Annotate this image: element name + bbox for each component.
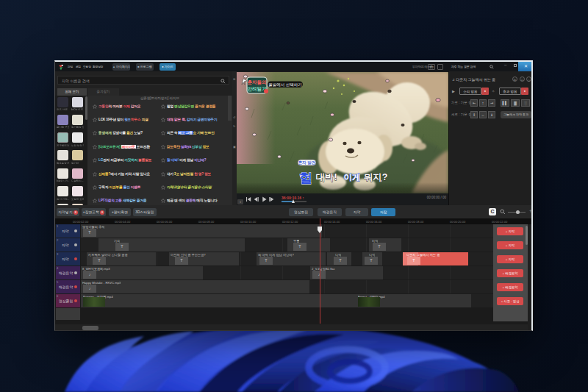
svg-text:뭐지?: 뭐지?	[364, 172, 388, 182]
svg-text:대박!: 대박!	[315, 172, 337, 182]
svg-text:혼자 발견: 혼자 발견	[298, 160, 316, 165]
svg-text:반려일기: 반려일기	[248, 86, 267, 92]
svg-text:헐: 헐	[299, 171, 312, 185]
svg-text:이게: 이게	[344, 173, 361, 182]
svg-text:춘자들의: 춘자들의	[248, 79, 267, 85]
svg-text:풀밭에서 선택하기: 풀밭에서 선택하기	[268, 82, 302, 87]
